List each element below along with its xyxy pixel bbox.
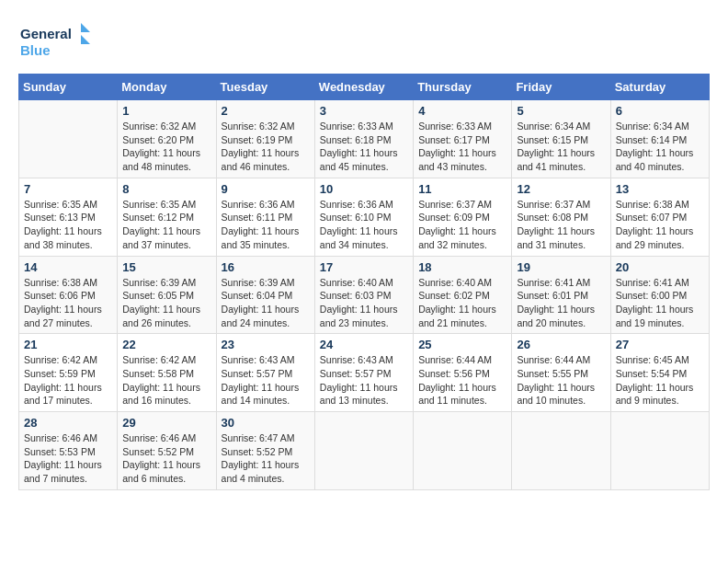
day-number: 20 [616, 260, 704, 274]
cell-content: Sunrise: 6:33 AMSunset: 6:18 PMDaylight:… [320, 120, 408, 174]
calendar-cell: 1Sunrise: 6:32 AMSunset: 6:20 PMDaylight… [118, 100, 216, 178]
day-number: 5 [517, 104, 605, 118]
cell-content: Sunrise: 6:34 AMSunset: 6:14 PMDaylight:… [616, 120, 704, 174]
calendar-cell: 14Sunrise: 6:38 AMSunset: 6:06 PMDayligh… [19, 256, 118, 334]
calendar-cell: 17Sunrise: 6:40 AMSunset: 6:03 PMDayligh… [314, 256, 413, 334]
cell-content: Sunrise: 6:45 AMSunset: 5:54 PMDaylight:… [616, 353, 704, 408]
calendar-cell: 4Sunrise: 6:33 AMSunset: 6:17 PMDaylight… [414, 100, 512, 178]
cell-content: Sunrise: 6:36 AMSunset: 6:11 PMDaylight:… [222, 198, 310, 252]
header-row: SundayMondayTuesdayWednesdayThursdayFrid… [19, 75, 710, 100]
calendar-cell [314, 412, 413, 490]
day-number: 21 [24, 338, 112, 351]
svg-marker-2 [81, 23, 90, 32]
header-day-tuesday: Tuesday [216, 75, 314, 100]
calendar-cell: 12Sunrise: 6:37 AMSunset: 6:08 PMDayligh… [512, 178, 610, 256]
header-day-saturday: Saturday [610, 75, 709, 100]
calendar-cell: 20Sunrise: 6:41 AMSunset: 6:00 PMDayligh… [610, 256, 709, 334]
calendar-cell: 24Sunrise: 6:43 AMSunset: 5:57 PMDayligh… [314, 334, 413, 412]
calendar-cell: 16Sunrise: 6:39 AMSunset: 6:04 PMDayligh… [216, 256, 314, 334]
day-number: 24 [320, 338, 408, 351]
cell-content: Sunrise: 6:42 AMSunset: 5:58 PMDaylight:… [122, 353, 210, 408]
cell-content: Sunrise: 6:41 AMSunset: 6:00 PMDaylight:… [616, 276, 704, 330]
calendar-cell [414, 412, 512, 490]
calendar-cell: 21Sunrise: 6:42 AMSunset: 5:59 PMDayligh… [19, 334, 118, 412]
calendar-cell: 23Sunrise: 6:43 AMSunset: 5:57 PMDayligh… [216, 334, 314, 412]
day-number: 28 [24, 416, 112, 430]
day-number: 11 [418, 182, 506, 196]
calendar-cell: 11Sunrise: 6:37 AMSunset: 6:09 PMDayligh… [414, 178, 512, 256]
calendar-cell: 29Sunrise: 6:46 AMSunset: 5:52 PMDayligh… [118, 412, 216, 490]
svg-marker-3 [81, 35, 90, 44]
cell-content: Sunrise: 6:43 AMSunset: 5:57 PMDaylight:… [222, 353, 310, 408]
logo: General Blue [18, 18, 92, 64]
logo-svg: General Blue [18, 18, 92, 64]
calendar-cell: 13Sunrise: 6:38 AMSunset: 6:07 PMDayligh… [610, 178, 709, 256]
cell-content: Sunrise: 6:38 AMSunset: 6:06 PMDaylight:… [24, 276, 112, 330]
calendar-table: SundayMondayTuesdayWednesdayThursdayFrid… [18, 74, 710, 490]
day-number: 1 [122, 104, 210, 118]
day-number: 29 [122, 416, 210, 430]
day-number: 26 [517, 338, 605, 351]
calendar-cell [19, 100, 118, 178]
day-number: 18 [418, 260, 506, 274]
calendar-cell: 10Sunrise: 6:36 AMSunset: 6:10 PMDayligh… [314, 178, 413, 256]
calendar-cell: 18Sunrise: 6:40 AMSunset: 6:02 PMDayligh… [414, 256, 512, 334]
logo-container: General Blue [18, 18, 92, 64]
calendar-cell: 22Sunrise: 6:42 AMSunset: 5:58 PMDayligh… [118, 334, 216, 412]
cell-content: Sunrise: 6:46 AMSunset: 5:52 PMDaylight:… [122, 431, 210, 486]
cell-content: Sunrise: 6:43 AMSunset: 5:57 PMDaylight:… [320, 353, 408, 408]
cell-content: Sunrise: 6:40 AMSunset: 6:02 PMDaylight:… [418, 276, 506, 330]
day-number: 17 [320, 260, 408, 274]
day-number: 4 [418, 104, 506, 118]
day-number: 14 [24, 260, 112, 274]
calendar-cell: 8Sunrise: 6:35 AMSunset: 6:12 PMDaylight… [118, 178, 216, 256]
day-number: 8 [122, 182, 210, 196]
cell-content: Sunrise: 6:32 AMSunset: 6:20 PMDaylight:… [122, 120, 210, 174]
cell-content: Sunrise: 6:35 AMSunset: 6:13 PMDaylight:… [24, 198, 112, 252]
cell-content: Sunrise: 6:47 AMSunset: 5:52 PMDaylight:… [222, 431, 310, 486]
svg-text:Blue: Blue [20, 42, 51, 58]
calendar-cell: 28Sunrise: 6:46 AMSunset: 5:53 PMDayligh… [19, 412, 118, 490]
cell-content: Sunrise: 6:42 AMSunset: 5:59 PMDaylight:… [24, 353, 112, 408]
day-number: 7 [24, 182, 112, 196]
day-number: 22 [122, 338, 210, 351]
calendar-cell: 5Sunrise: 6:34 AMSunset: 6:15 PMDaylight… [512, 100, 610, 178]
calendar-cell: 25Sunrise: 6:44 AMSunset: 5:56 PMDayligh… [414, 334, 512, 412]
day-number: 25 [418, 338, 506, 351]
header-day-sunday: Sunday [19, 75, 118, 100]
week-row-2: 7Sunrise: 6:35 AMSunset: 6:13 PMDaylight… [19, 178, 710, 256]
day-number: 3 [320, 104, 408, 118]
day-number: 30 [222, 416, 310, 430]
calendar-cell: 3Sunrise: 6:33 AMSunset: 6:18 PMDaylight… [314, 100, 413, 178]
header-day-friday: Friday [512, 75, 610, 100]
week-row-3: 14Sunrise: 6:38 AMSunset: 6:06 PMDayligh… [19, 256, 710, 334]
day-number: 19 [517, 260, 605, 274]
header-day-thursday: Thursday [414, 75, 512, 100]
day-number: 12 [517, 182, 605, 196]
calendar-cell: 30Sunrise: 6:47 AMSunset: 5:52 PMDayligh… [216, 412, 314, 490]
cell-content: Sunrise: 6:37 AMSunset: 6:09 PMDaylight:… [418, 198, 506, 252]
cell-content: Sunrise: 6:39 AMSunset: 6:04 PMDaylight:… [222, 276, 310, 330]
cell-content: Sunrise: 6:37 AMSunset: 6:08 PMDaylight:… [517, 198, 605, 252]
calendar-cell: 9Sunrise: 6:36 AMSunset: 6:11 PMDaylight… [216, 178, 314, 256]
cell-content: Sunrise: 6:36 AMSunset: 6:10 PMDaylight:… [320, 198, 408, 252]
cell-content: Sunrise: 6:44 AMSunset: 5:56 PMDaylight:… [418, 353, 506, 408]
cell-content: Sunrise: 6:38 AMSunset: 6:07 PMDaylight:… [616, 198, 704, 252]
calendar-cell: 19Sunrise: 6:41 AMSunset: 6:01 PMDayligh… [512, 256, 610, 334]
day-number: 2 [222, 104, 310, 118]
week-row-4: 21Sunrise: 6:42 AMSunset: 5:59 PMDayligh… [19, 334, 710, 412]
day-number: 15 [122, 260, 210, 274]
header-day-monday: Monday [118, 75, 216, 100]
day-number: 27 [616, 338, 704, 351]
calendar-cell: 27Sunrise: 6:45 AMSunset: 5:54 PMDayligh… [610, 334, 709, 412]
week-row-1: 1Sunrise: 6:32 AMSunset: 6:20 PMDaylight… [19, 100, 710, 178]
calendar-cell [610, 412, 709, 490]
cell-content: Sunrise: 6:35 AMSunset: 6:12 PMDaylight:… [122, 198, 210, 252]
day-number: 9 [222, 182, 310, 196]
calendar-cell: 15Sunrise: 6:39 AMSunset: 6:05 PMDayligh… [118, 256, 216, 334]
cell-content: Sunrise: 6:39 AMSunset: 6:05 PMDaylight:… [122, 276, 210, 330]
day-number: 16 [222, 260, 310, 274]
cell-content: Sunrise: 6:34 AMSunset: 6:15 PMDaylight:… [517, 120, 605, 174]
calendar-cell: 2Sunrise: 6:32 AMSunset: 6:19 PMDaylight… [216, 100, 314, 178]
day-number: 23 [222, 338, 310, 351]
